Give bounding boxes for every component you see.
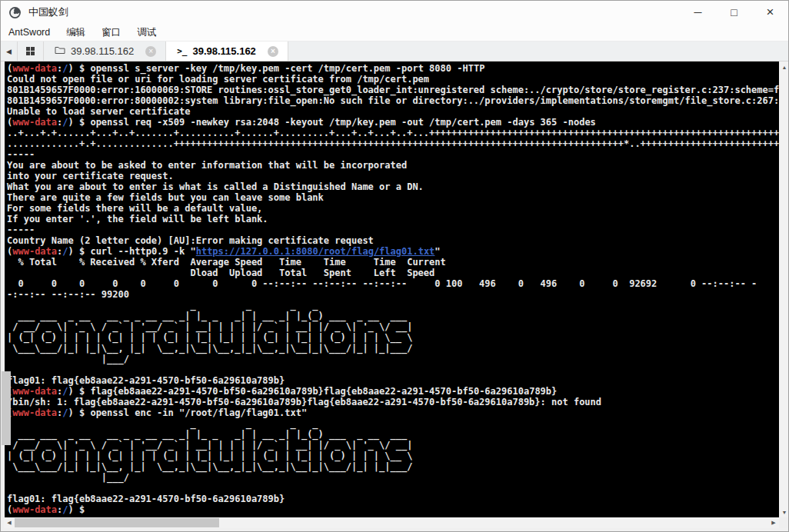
terminal-line: 0 0 0 0 0 0 0 0 --:--:-- --:--:-- --:--:… bbox=[7, 278, 779, 289]
scroll-up-icon[interactable]: ▲ bbox=[779, 62, 789, 72]
terminal-line: (www-data:/) $ curl --http0.9 -k "https:… bbox=[7, 246, 779, 257]
terminal-line: (www-data:/) $ flag{eb8aae22-a291-4570-b… bbox=[7, 386, 779, 397]
terminal-line bbox=[7, 483, 779, 494]
menu-item-edit[interactable]: 编辑 bbox=[65, 25, 86, 41]
terminal-line: | (_| (_) | | | | (_| | | | (_| | |_| |_… bbox=[7, 332, 779, 343]
prompt-user: www-data bbox=[12, 386, 57, 397]
terminal-line: _ _ _ _ bbox=[7, 418, 779, 429]
scroll-down-icon[interactable]: ▼ bbox=[779, 507, 789, 517]
terminal-line: For some fields there will be a default … bbox=[7, 203, 779, 214]
close-icon[interactable]: × bbox=[752, 1, 788, 24]
terminal-line: What you are about to enter is what is c… bbox=[7, 181, 779, 192]
terminal-body[interactable]: (www-data:/) $ openssl s_server -key /tm… bbox=[4, 62, 779, 517]
terminal-line: Could not open file or uri for loading s… bbox=[7, 74, 779, 85]
terminal-line: You are about to be asked to enter infor… bbox=[7, 160, 779, 171]
minimize-icon[interactable]: ─ bbox=[680, 1, 716, 24]
terminal-line: /bin/sh: 1: flag{eb8aae22-a291-4570-bf50… bbox=[7, 397, 779, 407]
terminal-line: ___ ___ _ __ __ _ _ __ __ _| |_ _ _| | _… bbox=[7, 311, 779, 321]
terminal-line bbox=[7, 364, 779, 375]
window-controls: ─ □ × bbox=[680, 1, 788, 24]
prompt-user: www-data bbox=[12, 504, 57, 515]
menu-item-antsword[interactable]: AntSword bbox=[8, 25, 51, 39]
terminal-line: |___/ bbox=[7, 354, 779, 364]
terminal-line: (www-data:/) $ bbox=[7, 504, 779, 515]
terminal-line: ----- bbox=[7, 149, 779, 160]
terminal-line: into your certificate request. bbox=[7, 171, 779, 181]
scroll-left-icon[interactable]: ◀ bbox=[4, 517, 15, 528]
antsword-window: 中国蚁剑 ─ □ × AntSword 编辑 窗口 调试 ◀ 39.98.115… bbox=[0, 0, 789, 532]
terminal-icon: >_ bbox=[177, 46, 187, 56]
terminal-line: _ _ _ _ bbox=[7, 300, 779, 311]
terminal-line: / __/ _ \| '_ \ / _` | '__/ _` | __| | |… bbox=[7, 321, 779, 332]
terminal-line: flag01: flag{eb8aae22-a291-4570-bf50-6a2… bbox=[7, 494, 779, 504]
terminal-line: There are quite a few fields but you can… bbox=[7, 192, 779, 203]
terminal-line: \___\___/|_| |_|\__, |_| \__,_|\__|\__,_… bbox=[7, 461, 779, 472]
terminal-line: ..+...+.+......+...+..+.......+.........… bbox=[7, 128, 779, 138]
tab-scroll-left-icon[interactable]: ◀ bbox=[1, 42, 17, 61]
tab-terminal[interactable]: >_ 39.98.115.162 × bbox=[166, 42, 288, 61]
menu-item-window[interactable]: 窗口 bbox=[101, 25, 122, 41]
antsword-logo-icon bbox=[8, 6, 22, 19]
tab-label: 39.98.115.162 bbox=[71, 45, 134, 57]
terminal-line: If you enter '.', the field will be left… bbox=[7, 214, 779, 224]
vertical-scrollbar[interactable]: ▲ ▼ bbox=[779, 62, 789, 517]
maximize-icon[interactable]: □ bbox=[716, 1, 752, 24]
terminal-line: -:--:-- --:--:-- 99200 bbox=[7, 289, 779, 300]
prompt-user: www-data bbox=[12, 117, 57, 128]
horizontal-scrollbar[interactable]: ◀ ▶ bbox=[4, 517, 779, 528]
terminal-line: flag01: flag{eb8aae22-a291-4570-bf50-6a2… bbox=[7, 375, 779, 386]
flag-url-link[interactable]: https://127.0.0.1:8080/root/flag/flag01.… bbox=[196, 246, 435, 257]
menu-bar: AntSword 编辑 窗口 调试 bbox=[1, 24, 788, 42]
scrollbar-corner bbox=[779, 517, 789, 528]
terminal-line: (www-data:/) $ openssl req -x509 -newkey… bbox=[7, 117, 779, 128]
title-bar: 中国蚁剑 ─ □ × bbox=[1, 1, 788, 24]
scroll-right-icon[interactable]: ▶ bbox=[768, 517, 779, 528]
tab-file-manager[interactable]: 39.98.115.162 × bbox=[44, 42, 166, 61]
terminal-line: Unable to load server certificate bbox=[7, 106, 779, 117]
terminal-line: 801B1459657F0000:error:80000002:system l… bbox=[7, 95, 779, 106]
vertical-scroll-thumb[interactable] bbox=[2, 371, 11, 445]
terminal-line: Country Name (2 letter code) [AU]:Error … bbox=[7, 235, 779, 246]
terminal-line: | (_| (_) | | | | (_| | | | (_| | |_| |_… bbox=[7, 451, 779, 461]
tab-close-icon[interactable]: × bbox=[268, 46, 278, 57]
menu-item-debug[interactable]: 调试 bbox=[136, 25, 157, 41]
prompt-user: www-data bbox=[12, 63, 57, 74]
terminal-line: / __/ _ \| '_ \ / _` | '__/ _` | __| | |… bbox=[7, 440, 779, 451]
terminal-line: ___ ___ _ __ __ _ _ __ __ _| |_ _ _| | _… bbox=[7, 429, 779, 440]
tab-close-icon[interactable]: × bbox=[145, 46, 156, 57]
terminal-line: (www-data:/) $ openssl s_server -key /tm… bbox=[7, 63, 779, 74]
terminal-line: \___\___/|_| |_|\__, |_| \__,_|\__|\__,_… bbox=[7, 343, 779, 354]
prompt-user: www-data bbox=[12, 407, 57, 418]
tab-bar: ◀ 39.98.115.162 × >_ 39.98.115.162 × bbox=[1, 42, 788, 62]
terminal-line: |___/ bbox=[7, 472, 779, 483]
terminal-line: 801B1459657F0000:error:16000069:STORE ro… bbox=[7, 85, 779, 95]
tab-overview-button[interactable] bbox=[17, 42, 44, 61]
terminal-line: (www-data:/) $ openssl enc -in "/root/fl… bbox=[7, 407, 779, 418]
tab-label: 39.98.115.162 bbox=[192, 45, 255, 57]
terminal-line: Dload Upload Total Spent Left Speed bbox=[7, 268, 779, 278]
prompt-user: www-data bbox=[12, 246, 57, 257]
grid-icon bbox=[26, 47, 35, 55]
window-title: 中国蚁剑 bbox=[28, 5, 68, 19]
horizontal-scroll-thumb[interactable] bbox=[15, 518, 219, 527]
folder-icon bbox=[55, 45, 65, 57]
terminal-line: .............+.+..............++++++++++… bbox=[7, 138, 779, 149]
terminal-line: ----- bbox=[7, 224, 779, 235]
terminal-line: % Total % Received % Xferd Average Speed… bbox=[7, 257, 779, 268]
